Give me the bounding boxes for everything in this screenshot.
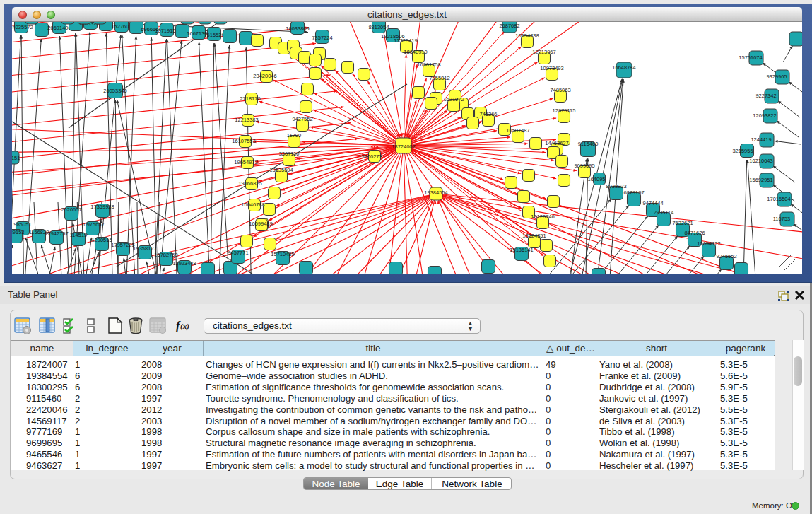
svg-text:10154838: 10154838	[515, 33, 539, 39]
svg-text:9427552: 9427552	[292, 116, 312, 122]
svg-text:1527602: 1527602	[111, 23, 131, 30]
svg-text:15692951: 15692951	[749, 177, 772, 183]
svg-text:10975657: 10975657	[81, 221, 104, 228]
svg-text:12093822: 12093822	[753, 112, 776, 119]
svg-text:16033809: 16033809	[286, 25, 309, 32]
svg-text:15300273: 15300273	[358, 153, 382, 160]
svg-text:23420046: 23420046	[253, 73, 276, 79]
svg-text:10507487: 10507487	[506, 127, 529, 134]
svg-text:12942757: 12942757	[45, 230, 68, 237]
svg-text:17016504: 17016504	[767, 196, 790, 202]
svg-text:1244419: 1244419	[751, 136, 771, 143]
svg-text:19384554: 19384554	[424, 189, 447, 196]
svg-text:12975115: 12975115	[553, 107, 576, 114]
svg-text:15751074: 15751074	[739, 54, 762, 61]
svg-text:16961758: 16961758	[417, 62, 440, 68]
svg-text:8813054: 8813054	[368, 24, 389, 30]
svg-text:16151: 16151	[12, 155, 20, 161]
svg-text:15710485: 15710485	[271, 251, 294, 257]
svg-text:1290515: 1290515	[91, 237, 112, 243]
svg-text:26053346: 26053346	[103, 88, 126, 94]
svg-text:13535594: 13535594	[269, 167, 293, 173]
svg-text:985051: 985051	[13, 221, 31, 228]
svg-text:12923448: 12923448	[172, 260, 196, 267]
svg-text:116753: 116753	[773, 216, 790, 222]
svg-text:13325419: 13325419	[394, 37, 417, 44]
svg-text:16107553: 16107553	[232, 138, 255, 144]
svg-text:139153: 139153	[12, 229, 25, 235]
svg-text:746266: 746266	[479, 111, 497, 117]
svg-text:18724007: 18724007	[392, 144, 415, 150]
svg-text:9699695: 9699695	[574, 163, 594, 169]
svg-text:2935114: 2935114	[654, 209, 674, 216]
svg-text:3215955: 3215955	[732, 148, 753, 154]
svg-text:9457771: 9457771	[228, 250, 248, 256]
svg-text:10719155: 10719155	[155, 28, 178, 34]
svg-text:16099489: 16099489	[249, 221, 272, 227]
svg-text:20691406: 20691406	[47, 25, 71, 31]
svg-text:164095: 164095	[587, 176, 605, 182]
svg-text:2718170: 2718170	[240, 95, 260, 102]
svg-text:12213383: 12213383	[235, 117, 258, 123]
svg-text:19358127: 19358127	[133, 245, 156, 252]
svg-text:19654973: 19654973	[234, 159, 257, 165]
svg-text:7357224: 7357224	[312, 35, 332, 41]
svg-text:2687682: 2687682	[499, 23, 519, 29]
svg-text:16210643: 16210643	[749, 158, 772, 164]
svg-text:12213967: 12213967	[532, 49, 555, 55]
svg-text:7632621: 7632621	[672, 220, 693, 226]
svg-text:1621072: 1621072	[443, 96, 464, 103]
svg-text:19166825: 19166825	[238, 180, 261, 187]
svg-text:10654122: 10654122	[697, 240, 720, 247]
svg-text:10973493: 10973493	[540, 65, 563, 71]
svg-text:24035572: 24035572	[12, 24, 33, 30]
svg-text:13524851: 13524851	[522, 233, 546, 239]
svg-text:16046788: 16046788	[241, 201, 264, 208]
svg-text:9227342: 9227342	[755, 93, 776, 99]
svg-text:6879197: 6879197	[623, 189, 644, 196]
svg-text:16782759: 16782759	[154, 252, 177, 258]
svg-text:2020657: 2020657	[61, 206, 81, 213]
svg-text:9245652: 9245652	[716, 253, 736, 259]
svg-text:17359928: 17359928	[90, 204, 114, 210]
svg-text:114519: 114519	[70, 232, 87, 238]
svg-text:(x): (x)	[180, 322, 189, 331]
svg-text:17957225: 17957225	[111, 242, 134, 248]
svg-text:8471626: 8471626	[684, 230, 705, 236]
svg-text:9115460: 9115460	[578, 141, 599, 147]
svg-text:3267110: 3267110	[279, 151, 300, 157]
svg-text:18640910: 18640910	[404, 49, 427, 55]
svg-text:8938923: 8938923	[606, 183, 626, 189]
svg-text:9474444: 9474444	[642, 200, 663, 206]
svg-text:16120746: 16120746	[531, 214, 554, 220]
svg-text:7515526: 7515526	[204, 32, 224, 38]
svg-text:11700: 11700	[287, 132, 301, 139]
svg-text:7485063: 7485063	[550, 87, 570, 93]
svg-text:7955812: 7955812	[429, 75, 449, 81]
svg-text:16648784: 16648784	[612, 64, 635, 71]
svg-text:14463627: 14463627	[545, 140, 568, 146]
svg-text:9329965: 9329965	[766, 74, 787, 80]
